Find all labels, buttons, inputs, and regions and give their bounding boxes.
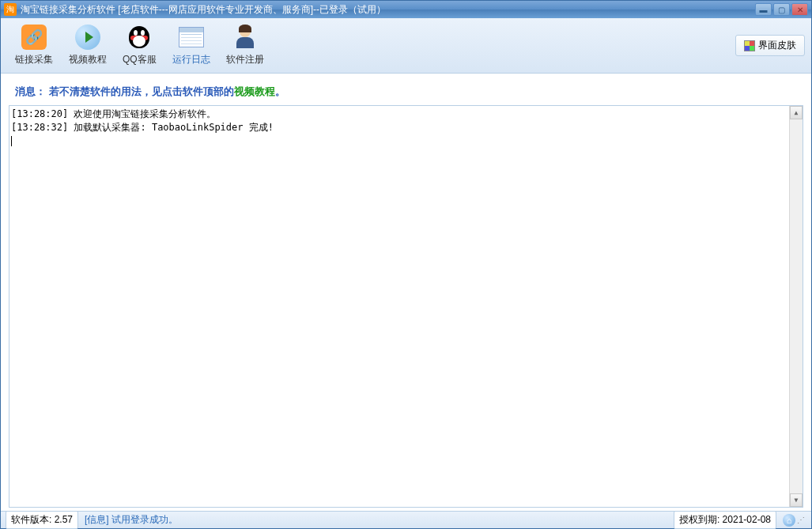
nav-link-collect[interactable]: 链接采集 bbox=[7, 22, 61, 70]
user-icon bbox=[232, 25, 258, 50]
nav-label: 运行日志 bbox=[172, 53, 210, 66]
log-line: [13:28:32] 加载默认采集器: TaobaoLinkSpider 完成! bbox=[11, 121, 801, 134]
nav-label: 视频教程 bbox=[69, 53, 107, 66]
nav-qq-support[interactable]: QQ客服 bbox=[115, 22, 164, 70]
nav-label: 软件注册 bbox=[226, 53, 264, 66]
skin-label: 界面皮肤 bbox=[758, 39, 796, 52]
toolbar: 链接采集 视频教程 QQ客服 运行日志 bbox=[1, 18, 811, 74]
palette-icon bbox=[744, 40, 755, 51]
message-bar: 消息： 若不清楚软件的用法，见点击软件顶部的视频教程。 bbox=[9, 81, 803, 105]
status-version: 软件版本: 2.57 bbox=[6, 511, 78, 529]
status-bar: 软件版本: 2.57 [信息] 试用登录成功。 授权到期: 2021-02-08… bbox=[1, 511, 811, 528]
skin-button[interactable]: 界面皮肤 bbox=[735, 35, 805, 56]
log-line: [13:28:20] 欢迎使用淘宝链接采集分析软件。 bbox=[11, 108, 801, 121]
text-cursor bbox=[11, 136, 12, 146]
nav-register[interactable]: 软件注册 bbox=[218, 22, 272, 70]
message-prefix: 消息： bbox=[15, 85, 46, 97]
message-text: 若不清楚软件的用法，见点击软件顶部的 bbox=[46, 85, 234, 97]
nav-label: 链接采集 bbox=[15, 53, 53, 66]
log-panel: [13:28:20] 欢迎使用淘宝链接采集分析软件。 [13:28:32] 加载… bbox=[9, 105, 803, 508]
minimize-button[interactable]: ▬ bbox=[755, 3, 772, 16]
scroll-up-icon[interactable]: ▲ bbox=[790, 106, 803, 119]
vertical-scrollbar[interactable]: ▲ ▼ bbox=[789, 106, 803, 507]
resize-grip-icon[interactable]: ⋰ bbox=[797, 516, 806, 524]
content-area: 消息： 若不清楚软件的用法，见点击软件顶部的视频教程。 [13:28:20] 欢… bbox=[1, 74, 811, 511]
status-info: [信息] 试用登录成功。 bbox=[81, 513, 181, 527]
main-window: 淘 淘宝链接采集分析软件 [老店软件---网店应用软件专业开发商、服务商]--已… bbox=[0, 0, 812, 529]
status-license: 授权到期: 2021-02-08 bbox=[674, 511, 776, 529]
window-controls: ▬ ▢ ✕ bbox=[755, 3, 808, 16]
scroll-down-icon[interactable]: ▼ bbox=[790, 493, 803, 507]
message-suffix: 。 bbox=[275, 85, 285, 97]
window-title: 淘宝链接采集分析软件 [老店软件---网店应用软件专业开发商、服务商]--已登录… bbox=[21, 3, 755, 17]
log-icon bbox=[179, 25, 204, 50]
maximize-button[interactable]: ▢ bbox=[773, 3, 790, 16]
nav-run-log[interactable]: 运行日志 bbox=[164, 22, 218, 70]
close-button[interactable]: ✕ bbox=[791, 3, 808, 16]
nav-label: QQ客服 bbox=[123, 53, 157, 66]
play-icon bbox=[75, 25, 100, 50]
qq-icon bbox=[127, 25, 152, 50]
titlebar: 淘 淘宝链接采集分析软件 [老店软件---网店应用软件专业开发商、服务商]--已… bbox=[1, 1, 811, 18]
nav-video-tutorial[interactable]: 视频教程 bbox=[61, 22, 115, 70]
link-icon bbox=[21, 25, 47, 50]
message-link[interactable]: 视频教程 bbox=[234, 85, 275, 97]
app-icon: 淘 bbox=[4, 3, 17, 16]
home-icon[interactable] bbox=[783, 514, 795, 527]
